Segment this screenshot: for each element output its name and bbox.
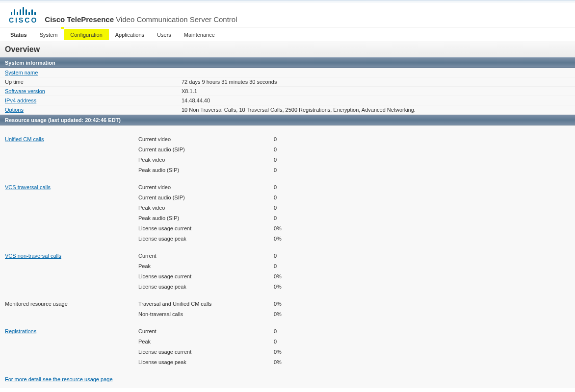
metric-label: Peak bbox=[138, 338, 274, 346]
system-information-block: System name Up time 72 days 9 hours 31 m… bbox=[0, 68, 575, 115]
tab-label: Applications bbox=[115, 32, 144, 38]
metric-value: 0% bbox=[274, 310, 293, 318]
link-resource-usage-page[interactable]: For more detail see the resource usage p… bbox=[5, 376, 113, 382]
section-system-information: System information bbox=[0, 57, 575, 68]
row-system-name: System name bbox=[0, 68, 575, 77]
group-monitored-resource-usage: Monitored resource usage Traversal and U… bbox=[5, 299, 575, 319]
metric-value: 0 bbox=[274, 327, 293, 336]
link-options[interactable]: Options bbox=[5, 107, 24, 113]
metric-value: 0% bbox=[274, 348, 293, 356]
metric-value: 0% bbox=[274, 235, 293, 243]
metric-value: 0 bbox=[274, 146, 293, 154]
row-options: Options 10 Non Traversal Calls, 10 Trave… bbox=[0, 105, 575, 115]
metric-label: Peak audio (SIP) bbox=[138, 166, 274, 174]
metric-value: 0 bbox=[274, 194, 293, 202]
metric-label: Peak video bbox=[138, 204, 274, 212]
metric-label: Non-traversal calls bbox=[138, 310, 274, 318]
metric-value: 0 bbox=[274, 135, 293, 144]
metric-label: Current video bbox=[138, 183, 274, 192]
page-title: Overview bbox=[0, 42, 575, 57]
header: CISCO Cisco TelePresence Video Communica… bbox=[0, 2, 575, 27]
metric-value: 0% bbox=[274, 300, 293, 308]
group-registrations: Registrations Current 0 Peak0 License us… bbox=[5, 326, 575, 368]
tab-users[interactable]: Users bbox=[151, 29, 178, 40]
tab-maintenance[interactable]: Maintenance bbox=[178, 29, 221, 40]
metric-label: License usage peak bbox=[138, 283, 274, 291]
resource-usage-block: Unified CM calls Current video 0 Current… bbox=[0, 125, 575, 388]
metric-value: 0 bbox=[274, 204, 293, 212]
row-software-version: Software version X8.1.1 bbox=[0, 87, 575, 96]
metric-label: Current audio (SIP) bbox=[138, 194, 274, 202]
tab-system[interactable]: System bbox=[33, 29, 64, 40]
label-monitored-resource-usage: Monitored resource usage bbox=[5, 300, 138, 308]
metric-value: 0 bbox=[274, 166, 293, 174]
value-options: 10 Non Traversal Calls, 10 Traversal Cal… bbox=[182, 107, 570, 113]
metric-value: 0 bbox=[274, 214, 293, 222]
metric-label: Current video bbox=[138, 135, 274, 144]
metric-label: Peak video bbox=[138, 156, 274, 164]
metric-label: License usage peak bbox=[138, 358, 274, 367]
metric-label: Traversal and Unified CM calls bbox=[138, 300, 274, 308]
metric-label: Peak audio (SIP) bbox=[138, 214, 274, 222]
value-ipv4-address: 14.48.44.40 bbox=[182, 98, 570, 103]
section-resource-usage: Resource usage (last updated: 20:42:46 E… bbox=[0, 115, 575, 125]
metric-value: 0% bbox=[274, 224, 293, 233]
metric-label: Current bbox=[138, 252, 274, 260]
group-vcs-non-traversal-calls: VCS non-traversal calls Current 0 Peak0 … bbox=[5, 251, 575, 292]
link-registrations[interactable]: Registrations bbox=[5, 328, 36, 334]
metric-label: License usage current bbox=[138, 348, 274, 356]
product-name-rest: Video Communication Server Control bbox=[114, 15, 237, 24]
metric-value: 0% bbox=[274, 358, 293, 367]
link-vcs-traversal-calls[interactable]: VCS traversal calls bbox=[5, 184, 51, 190]
main-nav: Status System Configuration Applications… bbox=[0, 27, 575, 42]
tab-status[interactable]: Status bbox=[4, 29, 33, 40]
metric-label: Peak bbox=[138, 262, 274, 270]
metric-label: Current audio (SIP) bbox=[138, 146, 274, 154]
cisco-logo: CISCO bbox=[9, 6, 38, 24]
value-uptime: 72 days 9 hours 31 minutes 30 seconds bbox=[182, 79, 570, 85]
link-unified-cm-calls[interactable]: Unified CM calls bbox=[5, 136, 44, 142]
tab-label: Configuration bbox=[70, 32, 102, 38]
tab-applications[interactable]: Applications bbox=[109, 29, 151, 40]
metric-value: 0 bbox=[274, 156, 293, 164]
tab-label: Maintenance bbox=[184, 32, 215, 38]
metric-label: Current bbox=[138, 327, 274, 336]
product-name-bold: Cisco TelePresence bbox=[45, 15, 114, 24]
product-title: Cisco TelePresence Video Communication S… bbox=[45, 15, 237, 24]
tab-label: Users bbox=[157, 32, 171, 38]
link-vcs-non-traversal-calls[interactable]: VCS non-traversal calls bbox=[5, 253, 61, 259]
tab-configuration[interactable]: Configuration bbox=[64, 29, 108, 40]
metric-value: 0 bbox=[274, 338, 293, 346]
label-uptime: Up time bbox=[5, 79, 182, 85]
cisco-logo-text: CISCO bbox=[9, 16, 38, 24]
tab-label: System bbox=[40, 32, 58, 38]
metric-value: 0 bbox=[274, 183, 293, 192]
group-vcs-traversal-calls: VCS traversal calls Current video 0 Curr… bbox=[5, 182, 575, 244]
cisco-logo-bars-icon bbox=[11, 6, 36, 15]
row-ipv4-address: IPv4 address 14.48.44.40 bbox=[0, 96, 575, 105]
value-system-name bbox=[182, 70, 570, 75]
group-unified-cm-calls: Unified CM calls Current video 0 Current… bbox=[5, 134, 575, 175]
link-system-name[interactable]: System name bbox=[5, 70, 38, 75]
value-software-version: X8.1.1 bbox=[182, 88, 570, 94]
metric-label: License usage peak bbox=[138, 235, 274, 243]
link-ipv4-address[interactable]: IPv4 address bbox=[5, 98, 36, 103]
metric-value: 0% bbox=[274, 283, 293, 291]
metric-value: 0 bbox=[274, 252, 293, 260]
link-software-version[interactable]: Software version bbox=[5, 88, 45, 94]
metric-label: License usage current bbox=[138, 272, 274, 281]
tab-label: Status bbox=[10, 32, 27, 38]
metric-value: 0% bbox=[274, 272, 293, 281]
row-uptime: Up time 72 days 9 hours 31 minutes 30 se… bbox=[0, 77, 575, 87]
metric-label: License usage current bbox=[138, 224, 274, 233]
metric-value: 0 bbox=[274, 262, 293, 270]
